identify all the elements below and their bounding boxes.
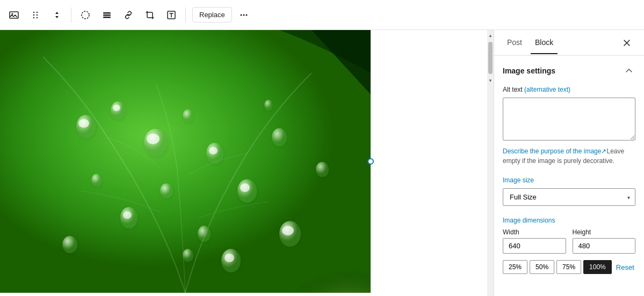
image-dimensions-label: Image dimensions (503, 217, 635, 224)
svg-point-37 (62, 236, 77, 253)
alt-text-input[interactable] (503, 98, 635, 140)
more-options-btn[interactable] (234, 5, 254, 25)
tab-block[interactable]: Block (531, 32, 558, 54)
text-overlay-btn[interactable] (162, 5, 181, 25)
image-settings-title: Image settings (503, 66, 555, 75)
leaf-image (0, 30, 371, 293)
svg-point-20 (113, 105, 120, 111)
svg-point-35 (282, 226, 294, 235)
image-icon (9, 10, 19, 20)
drag-icon (31, 10, 40, 20)
svg-point-2 (33, 11, 34, 12)
main-layout: ▲ ▼ Post Block Image settings (0, 30, 644, 296)
svg-point-26 (160, 183, 173, 198)
svg-point-5 (37, 14, 38, 15)
crop-icon (145, 10, 155, 20)
replace-button[interactable]: Replace (192, 7, 232, 23)
svg-point-18 (78, 119, 89, 128)
svg-point-23 (183, 109, 193, 122)
crop-btn[interactable] (140, 5, 160, 25)
toolbar-divider-2 (185, 8, 186, 23)
more-options-icon (239, 10, 249, 20)
tab-post[interactable]: Post (503, 32, 526, 54)
reset-button[interactable]: Reset (614, 261, 636, 273)
svg-point-32 (123, 211, 132, 219)
alt-text-label: Alt text (alternative text) (503, 86, 635, 93)
link-btn[interactable] (119, 5, 138, 25)
scroll-thumb[interactable] (488, 42, 493, 74)
close-icon (623, 39, 631, 47)
svg-point-13 (240, 14, 242, 16)
scroll-up-arrow[interactable]: ▲ (487, 31, 494, 40)
sidebar-content: Image settings Alt text (alternative tex… (494, 56, 644, 293)
pct-25-button[interactable]: 25% (503, 260, 527, 274)
svg-point-6 (33, 17, 34, 18)
alt-text-description: Describe the purpose of the image↗Leave … (503, 146, 635, 166)
text-overlay-icon (167, 10, 176, 20)
link-icon (124, 10, 133, 20)
svg-point-36 (316, 162, 329, 177)
svg-point-4 (33, 14, 34, 15)
svg-point-29 (272, 128, 287, 146)
image-size-select[interactable]: Thumbnail Medium Large Full Size (503, 188, 635, 206)
svg-point-7 (37, 17, 38, 18)
svg-point-30 (91, 174, 102, 187)
drag-handle-btn[interactable] (26, 5, 45, 25)
select-circle-btn[interactable] (76, 5, 95, 25)
width-label: Width (503, 228, 566, 236)
percentage-row: 25% 50% 75% 100% Reset (503, 260, 635, 274)
editor-area (0, 30, 487, 296)
image-icon-btn[interactable] (4, 5, 24, 25)
svg-rect-9 (103, 12, 111, 14)
align-icon (102, 10, 112, 20)
pct-50-button[interactable]: 50% (530, 260, 554, 274)
up-down-btn[interactable] (47, 5, 67, 25)
svg-point-3 (37, 11, 38, 12)
right-sidebar: Post Block Image settings (494, 30, 644, 296)
pct-75-button[interactable]: 75% (556, 260, 581, 274)
image-dimensions-section: Image dimensions Width Height 25% 50% 75… (503, 217, 635, 274)
sidebar-tabs: Post Block (494, 30, 644, 56)
image-size-section: Image size Thumbnail Medium Large Full S… (503, 176, 635, 206)
svg-point-28 (240, 183, 250, 192)
height-label: Height (573, 228, 636, 236)
dimensions-row: Width Height (503, 228, 635, 254)
svg-point-8 (82, 11, 89, 19)
collapse-section-btn[interactable] (623, 64, 635, 77)
image-container (0, 30, 371, 293)
svg-point-40 (264, 100, 273, 110)
up-down-icon (52, 10, 62, 20)
align-btn[interactable] (97, 5, 117, 25)
alt-text-link[interactable]: Describe the purpose of the image↗ (503, 147, 606, 155)
svg-rect-11 (103, 17, 111, 18)
pct-100-button[interactable]: 100% (583, 260, 612, 274)
svg-point-22 (147, 134, 160, 144)
svg-point-41 (183, 249, 193, 262)
scrollbar[interactable]: ▲ ▼ (487, 30, 494, 296)
image-size-label: Image size (503, 176, 635, 184)
svg-point-25 (209, 147, 218, 154)
width-field: Width (503, 228, 566, 254)
height-field: Height (573, 228, 636, 254)
svg-rect-10 (103, 14, 111, 16)
scroll-down-arrow[interactable]: ▼ (487, 76, 494, 85)
image-size-select-wrapper: Thumbnail Medium Large Full Size ▾ (503, 188, 635, 206)
svg-point-33 (198, 226, 211, 242)
image-settings-header: Image settings (503, 64, 635, 77)
svg-point-15 (245, 14, 247, 16)
svg-point-14 (243, 14, 244, 16)
alt-text-section: Alt text (alternative text) Describe the… (503, 86, 635, 166)
toolbar: Replace (0, 0, 644, 30)
resize-handle[interactable] (367, 158, 374, 165)
toolbar-divider-1 (71, 8, 71, 23)
chevron-up-icon (625, 66, 633, 75)
select-circle-icon (81, 10, 90, 20)
sidebar-close-button[interactable] (618, 34, 635, 51)
width-input[interactable] (503, 238, 566, 254)
svg-point-39 (225, 254, 234, 262)
height-input[interactable] (573, 238, 636, 254)
